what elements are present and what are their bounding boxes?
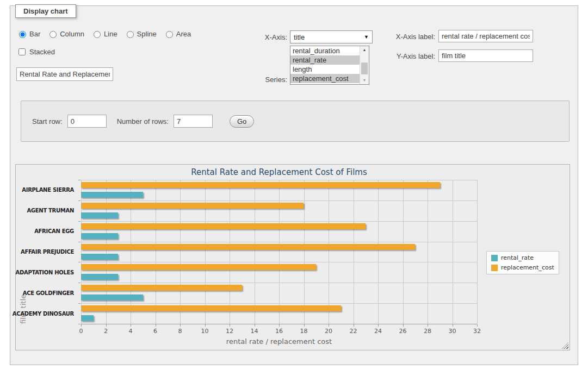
x-tick-mark bbox=[81, 324, 82, 327]
y-axis-category-labels: AIRPLANE SIERRAAGENT TRUMANAFRICAN EGGAF… bbox=[16, 180, 78, 324]
x-tick-label: 2 bbox=[104, 328, 108, 335]
stacked-checkbox-row[interactable]: Stacked bbox=[16, 47, 55, 57]
chart-type-radio-area[interactable] bbox=[166, 31, 173, 38]
y-tick-mark bbox=[78, 262, 81, 262]
y-axis-label-label: Y-Axis label: bbox=[380, 52, 435, 60]
category-label: AIRPLANE SIERRA bbox=[16, 180, 78, 200]
category-label: ADAPTATION HOLES bbox=[16, 262, 78, 283]
x-tick-mark bbox=[230, 324, 230, 327]
x-tick-label: 4 bbox=[129, 328, 133, 335]
chart-type-option-area[interactable]: Area bbox=[163, 29, 191, 38]
chart-type-option-column[interactable]: Column bbox=[47, 29, 84, 38]
y-tick-mark bbox=[78, 324, 81, 324]
chart-type-radio-group: BarColumnLineSplineArea bbox=[16, 29, 191, 38]
bar-replacement_cost bbox=[81, 182, 440, 188]
category-row bbox=[81, 262, 477, 283]
series-option-rental_duration[interactable]: rental_duration bbox=[290, 46, 360, 55]
legend-swatch-icon bbox=[491, 255, 498, 261]
x-tick-label: 22 bbox=[350, 328, 357, 335]
resize-grip-icon[interactable] bbox=[562, 342, 568, 349]
category-row bbox=[81, 200, 477, 221]
y-tick-mark bbox=[78, 221, 81, 222]
chart-type-option-line[interactable]: Line bbox=[91, 29, 117, 38]
x-axis-label-label: X-Axis label: bbox=[380, 33, 435, 41]
scroll-up-icon[interactable]: ▲ bbox=[360, 46, 369, 54]
panel-legend: Display chart bbox=[15, 4, 76, 18]
chart-type-radio-spline[interactable] bbox=[127, 31, 134, 38]
bar-rental_rate bbox=[81, 274, 118, 280]
bar-rental_rate bbox=[81, 315, 94, 321]
x-tick-label: 8 bbox=[178, 328, 182, 335]
x-tick-label: 0 bbox=[79, 328, 83, 335]
chart-type-radio-bar[interactable] bbox=[19, 31, 26, 38]
x-tick-mark bbox=[403, 324, 404, 327]
legend-item-replacement_cost[interactable]: replacement_cost bbox=[491, 264, 554, 271]
bar-replacement_cost bbox=[81, 203, 304, 209]
x-tick-mark bbox=[304, 324, 305, 327]
legend-label: rental_rate bbox=[501, 254, 534, 261]
category-row bbox=[81, 221, 477, 242]
scrollbar-thumb[interactable] bbox=[361, 62, 368, 74]
chart-title: Rental Rate and Replacement Cost of Film… bbox=[81, 167, 477, 177]
chart-title-input[interactable] bbox=[16, 67, 113, 81]
x-tick-mark bbox=[255, 324, 255, 327]
category-label: ACE GOLDFINGER bbox=[16, 283, 78, 303]
chart-type-option-label: Line bbox=[104, 30, 117, 38]
chevron-down-icon: ▼ bbox=[364, 34, 369, 40]
category-row bbox=[81, 283, 477, 303]
row-range-box: Start row: Number of rows: Go bbox=[21, 101, 570, 142]
x-axis-tick-labels: 02468101214161820222426283032 bbox=[81, 328, 477, 335]
x-tick-label: 30 bbox=[449, 328, 456, 335]
bar-replacement_cost bbox=[81, 305, 341, 311]
number-of-rows-input[interactable] bbox=[174, 115, 213, 128]
x-tick-label: 32 bbox=[473, 328, 481, 335]
bar-replacement_cost bbox=[81, 223, 366, 229]
chart-type-option-bar[interactable]: Bar bbox=[16, 29, 40, 38]
category-label: ACADEMY DINOSAUR bbox=[16, 303, 78, 324]
x-tick-label: 26 bbox=[399, 328, 407, 335]
series-option-replacement_cost[interactable]: replacement_cost bbox=[290, 74, 360, 83]
x-tick-label: 28 bbox=[424, 328, 431, 335]
plot-area bbox=[81, 180, 477, 324]
x-tick-label: 20 bbox=[325, 328, 332, 335]
y-axis-label-input[interactable] bbox=[438, 49, 533, 62]
x-axis-title: rental rate / replacement cost bbox=[81, 337, 477, 346]
bar-rental_rate bbox=[81, 233, 118, 239]
x-tick-label: 18 bbox=[300, 328, 308, 335]
page: Display chart BarColumnLineSplineArea St… bbox=[0, 0, 588, 370]
x-tick-mark bbox=[205, 324, 206, 327]
x-tick-label: 12 bbox=[226, 328, 233, 335]
stacked-checkbox[interactable] bbox=[18, 48, 26, 55]
x-tick-label: 16 bbox=[275, 328, 283, 335]
series-option-length[interactable]: length bbox=[290, 65, 360, 74]
y-tick-mark bbox=[78, 283, 81, 283]
chart-type-radio-column[interactable] bbox=[49, 31, 57, 38]
legend-item-rental_rate[interactable]: rental_rate bbox=[491, 254, 554, 261]
legend-swatch-icon bbox=[491, 265, 498, 271]
x-tick-mark bbox=[180, 324, 181, 327]
x-tick-label: 6 bbox=[153, 328, 157, 335]
bar-replacement_cost bbox=[81, 264, 316, 270]
x-axis-label-input[interactable] bbox=[438, 30, 533, 42]
x-tick-mark bbox=[477, 324, 478, 327]
chart-type-option-label: Bar bbox=[29, 30, 40, 38]
category-label: AGENT TRUMAN bbox=[16, 200, 78, 221]
start-row-input[interactable] bbox=[67, 115, 107, 128]
x-axis-select[interactable]: title ▼ bbox=[290, 30, 373, 43]
scrollbar[interactable]: ▲ ▼ bbox=[360, 46, 369, 84]
chart-type-option-spline[interactable]: Spline bbox=[124, 29, 157, 38]
category-row bbox=[81, 242, 477, 262]
x-tick-label: 10 bbox=[201, 328, 209, 335]
x-tick-mark bbox=[106, 324, 107, 327]
x-tick-mark bbox=[131, 324, 131, 327]
chart-type-radio-line[interactable] bbox=[94, 31, 101, 38]
bar-replacement_cost bbox=[81, 244, 415, 250]
bar-replacement_cost bbox=[81, 285, 242, 291]
series-option-rental_rate[interactable]: rental_rate bbox=[290, 55, 360, 65]
category-row bbox=[81, 180, 477, 200]
go-button[interactable]: Go bbox=[230, 115, 254, 128]
x-tick-label: 14 bbox=[251, 328, 258, 335]
series-multiselect[interactable]: rental_durationrental_ratelengthreplacem… bbox=[290, 46, 369, 85]
scroll-down-icon[interactable]: ▼ bbox=[360, 77, 369, 84]
chart-container: Rental Rate and Replacement Cost of Film… bbox=[15, 164, 570, 350]
